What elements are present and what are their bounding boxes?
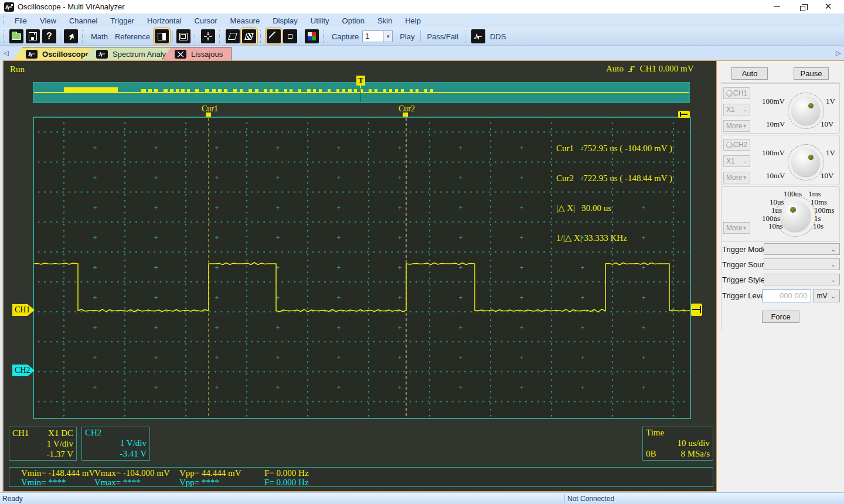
pause-button[interactable]: Pause xyxy=(794,67,829,80)
menu-help[interactable]: Help xyxy=(399,15,427,26)
menu-option[interactable]: Option xyxy=(336,15,371,26)
toolbar-grip xyxy=(3,30,5,43)
menu-measure[interactable]: Measure xyxy=(224,15,267,26)
menu-cursor[interactable]: Cursor xyxy=(188,15,224,26)
dotted-diamond-icon xyxy=(244,33,254,40)
math-button[interactable]: Math xyxy=(87,32,111,41)
capture-count-select[interactable]: 1 ▾ xyxy=(362,30,393,42)
menu-display[interactable]: Display xyxy=(266,15,304,26)
dds-wave-icon xyxy=(474,33,483,40)
ch2-info-box: CH2 1 V/div -3.41 V xyxy=(81,427,150,461)
trigger-mode-caption: Trigger Mode xyxy=(722,245,767,254)
menu-file[interactable]: File xyxy=(8,15,33,26)
trigger-level-label: 0.000 mV xyxy=(659,64,694,73)
menu-horizontal[interactable]: Horizontal xyxy=(141,15,188,26)
tab-bar: ◁ Oscilloscope Spectrum Analyzer Lissajo… xyxy=(0,46,844,60)
chevron-down-icon: ⌄ xyxy=(831,277,836,283)
ch1-scale: 1 V/div xyxy=(12,438,73,449)
ch1-more-button[interactable]: More▼ xyxy=(723,120,750,132)
toolbar: ? Math Reference Capture 1 ▾ Play xyxy=(0,28,844,46)
trigger-level-marker[interactable] xyxy=(691,304,702,316)
trigger-channel-label: CH1 xyxy=(640,64,656,73)
ch2-more-button[interactable]: More▼ xyxy=(723,172,750,183)
split-display-button[interactable] xyxy=(155,29,169,43)
open-button[interactable] xyxy=(9,29,23,43)
ch2-enable-button[interactable]: CH2 xyxy=(723,139,750,151)
tabs-scroll-right-icon[interactable]: ▷ xyxy=(836,49,840,57)
ch1-info-box: CH1X1 DC 1 V/div -1.37 V xyxy=(9,427,77,461)
ch1-volts-knob[interactable] xyxy=(792,97,820,125)
menu-utility[interactable]: Utility xyxy=(304,15,336,26)
play-button[interactable]: Play xyxy=(396,32,418,41)
help-button[interactable]: ? xyxy=(42,29,56,43)
afterglow-button[interactable] xyxy=(242,29,256,43)
ch1-vmin: Vmin= -148.444 mV xyxy=(21,468,95,478)
status-connection: Not Connected xyxy=(567,495,614,503)
timebase-more-button[interactable]: More▼ xyxy=(723,222,750,234)
tab-lissajous[interactable]: Lissajous xyxy=(162,47,232,60)
square-icon xyxy=(288,34,292,39)
dropdown-arrow-icon: ▾ xyxy=(383,31,392,42)
trigger-style-select[interactable]: ⌄ xyxy=(764,274,840,285)
tb-100us: 100us xyxy=(784,189,802,199)
menu-channel[interactable]: Channel xyxy=(63,15,104,26)
scope-client-area: Run Auto CH1 0.000 mV T Cur1 Cur2 xyxy=(3,60,717,492)
trigger-level-input[interactable]: 000 000 xyxy=(762,290,811,302)
ch2-offset: -3.41 V xyxy=(85,448,147,459)
tabs-scroll-left-icon[interactable]: ◁ xyxy=(4,49,8,57)
ch1-trace xyxy=(34,263,690,312)
menu-trigger[interactable]: Trigger xyxy=(104,15,141,26)
timebase-knob[interactable] xyxy=(780,201,811,231)
ch2-vpp: Vpp= **** xyxy=(179,478,219,488)
horizontal-position-marker[interactable] xyxy=(678,111,690,118)
ch2-probe-select[interactable]: X1⌄ xyxy=(723,155,750,167)
autoset-button[interactable] xyxy=(201,29,215,43)
ch1-position-flag[interactable]: CH1 xyxy=(12,304,35,316)
restore-button[interactable] xyxy=(792,0,812,13)
save-button[interactable] xyxy=(26,29,40,43)
tb-10ns: 10ns xyxy=(768,222,783,231)
passfail-button[interactable]: Pass/Fail xyxy=(423,32,461,41)
persistence-button[interactable] xyxy=(226,29,240,43)
menu-skin[interactable]: Skin xyxy=(371,15,399,26)
dds-button[interactable] xyxy=(471,29,485,43)
toolbar-grip xyxy=(195,30,197,43)
minimize-button[interactable] xyxy=(767,0,787,13)
line-draw-button[interactable] xyxy=(267,29,281,43)
toolbar-grip xyxy=(465,30,467,43)
run-status-label: Run xyxy=(10,64,25,74)
ch2-scale: 1 V/div xyxy=(85,438,147,448)
trigger-source-select[interactable]: ⌄ xyxy=(764,258,840,270)
ch1-enable-button[interactable]: CH1 xyxy=(723,87,750,99)
single-display-button[interactable] xyxy=(176,29,190,43)
ch2-position-flag[interactable]: CH2 xyxy=(12,365,35,376)
force-trigger-button[interactable]: Force xyxy=(762,311,799,323)
ch1-probe-select[interactable]: X1⌄ xyxy=(723,104,750,115)
trigger-level-unit-select[interactable]: mV⌄ xyxy=(813,290,840,302)
ch1-offset: -1.37 V xyxy=(12,449,73,459)
ch1-info-title: CH1 xyxy=(12,428,29,438)
palette-button[interactable] xyxy=(305,29,319,43)
folder-icon xyxy=(12,33,21,40)
dds-label: DDS xyxy=(486,32,509,41)
menu-view[interactable]: View xyxy=(33,15,63,26)
ch1-knob-10v: 10V xyxy=(821,120,833,129)
time-scale: 10 us/div xyxy=(646,438,710,448)
ch1-knob-1v: 1V xyxy=(826,97,835,106)
reference-button[interactable]: Reference xyxy=(111,32,154,41)
pointer-button[interactable] xyxy=(64,29,78,43)
toolbar-grip xyxy=(260,30,263,43)
cursor1-readout: Cur1 -752.95 us ( -104.00 mV ) xyxy=(556,144,672,154)
status-ready: Ready xyxy=(2,495,23,503)
dot-draw-button[interactable] xyxy=(283,29,297,43)
trigger-mode-select[interactable]: ⌄ xyxy=(764,243,840,255)
trigger-time-flag[interactable]: T xyxy=(356,76,365,86)
app-icon xyxy=(4,2,14,12)
ch1-vpp: Vpp= 44.444 mV xyxy=(179,468,241,478)
close-button[interactable]: ✕ xyxy=(818,0,838,13)
window-title: Oscilloscope - Multi VirAnalyzer xyxy=(18,2,125,11)
trigger-style-caption: Trigger Style xyxy=(722,275,765,284)
ch2-volts-knob[interactable] xyxy=(792,148,820,176)
toolbar-grip xyxy=(219,30,222,43)
auto-button[interactable]: Auto xyxy=(731,67,768,80)
